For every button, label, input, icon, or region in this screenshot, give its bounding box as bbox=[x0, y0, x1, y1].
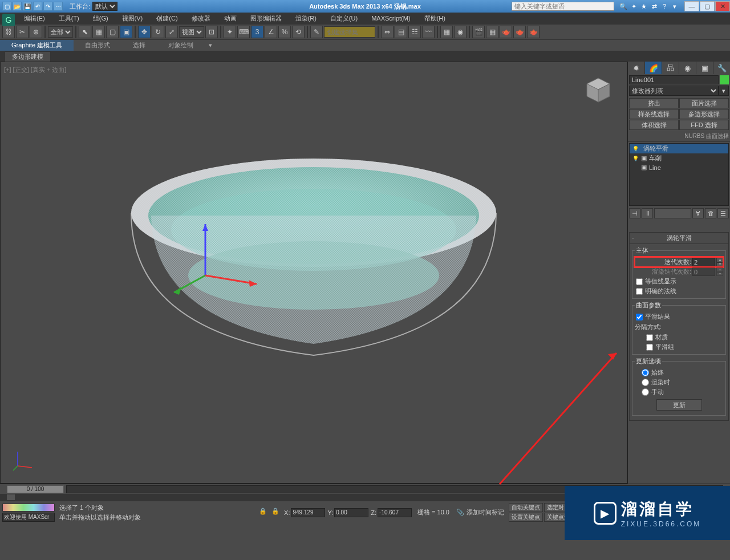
bind-tool-icon[interactable]: ⊕ bbox=[30, 26, 42, 38]
tag-icon[interactable]: 📎 bbox=[456, 509, 464, 516]
rollout-header[interactable]: -涡轮平滑 bbox=[630, 233, 728, 244]
btn-ffd-select[interactable]: FFD 选择 bbox=[679, 120, 729, 130]
viewport-label[interactable]: [+] [正交] [真实 + 边面] bbox=[4, 66, 66, 74]
edit-named-sel-icon[interactable]: ✎ bbox=[310, 26, 323, 38]
select-name-icon[interactable]: ▦ bbox=[92, 26, 105, 38]
object-color-swatch[interactable] bbox=[720, 75, 729, 84]
btn-extrude[interactable]: 挤出 bbox=[629, 98, 679, 108]
lock-icon[interactable]: 🔒 bbox=[259, 508, 269, 518]
iterations-spinner[interactable]: 2 bbox=[692, 258, 715, 266]
collapse-icon[interactable]: - bbox=[632, 234, 634, 241]
new-icon[interactable]: ▢ bbox=[2, 2, 11, 11]
rotate-tool-icon[interactable]: ↻ bbox=[152, 26, 164, 38]
smooth-group-checkbox[interactable] bbox=[646, 344, 653, 351]
bulb-icon[interactable]: 💡 bbox=[632, 145, 639, 152]
tab-utilities-icon[interactable]: 🔧 bbox=[713, 62, 730, 74]
show-result-icon[interactable]: Ⅱ bbox=[642, 208, 653, 218]
render-radio[interactable] bbox=[642, 379, 649, 386]
rect-select-icon[interactable]: ▢ bbox=[106, 26, 119, 38]
comm-icon[interactable]: ✦ bbox=[629, 2, 638, 11]
tab-motion-icon[interactable]: ◉ bbox=[679, 62, 696, 74]
smooth-result-checkbox[interactable] bbox=[636, 314, 643, 320]
tab-modify-icon[interactable]: 🌈 bbox=[645, 62, 662, 74]
material-editor-icon[interactable]: ◉ bbox=[454, 26, 467, 38]
menu-group[interactable]: 组(G) bbox=[86, 13, 115, 24]
manipulate-icon[interactable]: ✦ bbox=[224, 26, 236, 38]
angle-snap-icon[interactable]: ∠ bbox=[265, 26, 277, 38]
window-crossing-icon[interactable]: ▣ bbox=[120, 26, 132, 38]
menu-create[interactable]: 创建(C) bbox=[149, 13, 184, 24]
help-icon[interactable]: ? bbox=[660, 2, 669, 11]
link-tool-icon[interactable]: ⛓ bbox=[2, 26, 15, 38]
trackbar-toggle-icon[interactable] bbox=[7, 494, 15, 500]
btn-patch-select[interactable]: 面片选择 bbox=[679, 98, 729, 108]
btn-spline-select[interactable]: 样条线选择 bbox=[629, 109, 679, 119]
menu-animation[interactable]: 动画 bbox=[217, 13, 244, 24]
make-unique-icon[interactable]: ∀ bbox=[692, 208, 704, 218]
minimize-button[interactable]: — bbox=[684, 1, 699, 11]
spin-down-icon[interactable]: ▾ bbox=[716, 262, 723, 267]
modifier-list-dropdown[interactable]: 修改器列表 bbox=[629, 86, 719, 96]
bulb-icon[interactable]: 💡 bbox=[632, 155, 639, 162]
save-icon[interactable]: 💾 bbox=[23, 2, 32, 11]
material-checkbox[interactable] bbox=[646, 334, 653, 341]
render-last-icon[interactable]: 🫖 bbox=[527, 26, 540, 38]
scale-tool-icon[interactable]: ⤢ bbox=[165, 26, 178, 38]
spinner-snap-icon[interactable]: ⟲ bbox=[292, 26, 305, 38]
normals-checkbox[interactable] bbox=[636, 288, 643, 295]
manual-radio[interactable] bbox=[642, 388, 649, 396]
open-icon[interactable]: 📂 bbox=[13, 2, 22, 11]
tab-freeform[interactable]: 自由形式 bbox=[74, 40, 121, 51]
pin-stack-icon[interactable]: ⊣ bbox=[629, 208, 640, 218]
iso-checkbox[interactable] bbox=[636, 278, 643, 285]
tab-create-icon[interactable]: ✹ bbox=[628, 62, 644, 74]
add-time-tag[interactable]: 添加时间标记 bbox=[467, 508, 504, 517]
maximize-button[interactable]: ▢ bbox=[700, 1, 715, 11]
move-tool-icon[interactable]: ✥ bbox=[138, 26, 151, 38]
configure-icon[interactable]: ☰ bbox=[717, 208, 729, 218]
redo-icon[interactable]: ↷ bbox=[43, 2, 52, 11]
coord-y-input[interactable] bbox=[334, 508, 368, 517]
menu-render[interactable]: 渲染(R) bbox=[289, 13, 323, 24]
stack-item-line[interactable]: ▣Line bbox=[630, 163, 728, 172]
coord-x-input[interactable] bbox=[291, 508, 325, 517]
viewport[interactable]: [+] [正交] [真实 + 边面] bbox=[0, 62, 627, 484]
keyboard-icon[interactable]: ⌨ bbox=[237, 26, 250, 38]
tab-display-icon[interactable]: ▣ bbox=[696, 62, 713, 74]
ref-coord-dropdown[interactable]: 视图 bbox=[179, 26, 204, 38]
ribbon-expand-icon[interactable]: ▾ bbox=[205, 42, 216, 49]
tab-paint[interactable]: 对象绘制 bbox=[157, 40, 205, 51]
workspace-dropdown[interactable]: 默认 bbox=[92, 2, 117, 11]
search-input[interactable] bbox=[512, 2, 614, 11]
menu-tools[interactable]: 工具(T) bbox=[52, 13, 86, 24]
selection-filter-dropdown[interactable]: 全部 bbox=[48, 26, 73, 38]
align-icon[interactable]: ▤ bbox=[395, 26, 407, 38]
link-icon[interactable]: ⋯ bbox=[54, 2, 63, 11]
subtab-polymodel[interactable]: 多边形建模 bbox=[5, 51, 51, 62]
schematic-icon[interactable]: ▦ bbox=[440, 26, 453, 38]
tab-graphite[interactable]: Graphite 建模工具 bbox=[0, 40, 74, 51]
layers-icon[interactable]: ☷ bbox=[408, 26, 421, 38]
undo-icon[interactable]: ↶ bbox=[33, 2, 42, 11]
percent-snap-icon[interactable]: % bbox=[278, 26, 291, 38]
star-icon[interactable]: ★ bbox=[639, 2, 648, 11]
snap-toggle-icon[interactable]: 3 bbox=[251, 26, 263, 38]
named-selection-input[interactable] bbox=[324, 26, 375, 38]
lock2-icon[interactable]: 🔒 bbox=[271, 508, 282, 518]
always-radio[interactable] bbox=[642, 369, 649, 376]
modifier-stack[interactable]: 💡涡轮平滑 💡▣车削 ▣Line bbox=[629, 143, 729, 206]
btn-poly-select[interactable]: 多边形选择 bbox=[679, 109, 729, 119]
viewcube-icon[interactable] bbox=[581, 74, 615, 108]
sel-lock-button[interactable]: 选定对 bbox=[544, 503, 567, 512]
stack-item-turbosmooth[interactable]: 💡涡轮平滑 bbox=[630, 144, 728, 153]
menu-help[interactable]: 帮助(H) bbox=[417, 13, 452, 24]
binoculars-icon[interactable]: 🔍 bbox=[619, 2, 628, 11]
menu-view[interactable]: 视图(V) bbox=[115, 13, 150, 24]
set-key-button[interactable]: 设置关键点 bbox=[509, 513, 543, 522]
menu-custom[interactable]: 自定义(U) bbox=[323, 13, 364, 24]
app-logo-icon[interactable]: G bbox=[2, 14, 15, 26]
menu-graph[interactable]: 图形编辑器 bbox=[244, 13, 289, 24]
exchange-icon[interactable]: ⇄ bbox=[650, 2, 659, 11]
render-frame-icon[interactable]: ▦ bbox=[486, 26, 498, 38]
tab-hierarchy-icon[interactable]: 品 bbox=[662, 62, 679, 74]
